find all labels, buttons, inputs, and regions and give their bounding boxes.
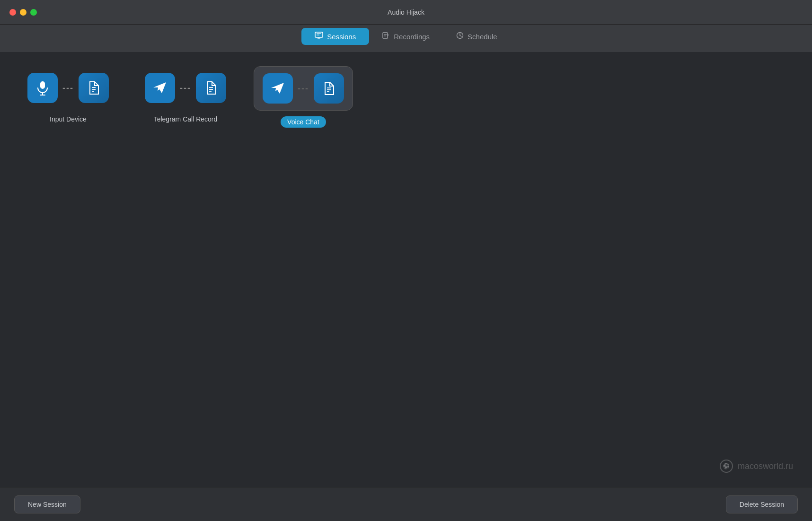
list-item[interactable]: --- Telegram Call Record bbox=[136, 66, 235, 123]
bottombar: New Session Delete Session bbox=[0, 487, 812, 521]
sessions-tab-label: Sessions bbox=[327, 33, 356, 41]
window-controls bbox=[9, 9, 37, 16]
tabbar: Sessions Recordings Schedule bbox=[0, 25, 812, 52]
microphone-icon bbox=[27, 73, 58, 103]
sessions-grid: --- Input Device bbox=[19, 66, 793, 128]
file-icon bbox=[79, 73, 109, 103]
session-label-telegram-call: Telegram Call Record bbox=[154, 115, 218, 123]
svg-line-10 bbox=[460, 35, 461, 36]
recordings-tab-label: Recordings bbox=[394, 33, 430, 41]
recordings-tab-icon bbox=[382, 32, 390, 41]
schedule-tab-label: Schedule bbox=[468, 33, 497, 41]
delete-session-button[interactable]: Delete Session bbox=[726, 495, 798, 513]
minimize-button[interactable] bbox=[20, 9, 26, 16]
connector-dots: --- bbox=[180, 83, 191, 93]
maximize-button[interactable] bbox=[30, 9, 37, 16]
tab-schedule[interactable]: Schedule bbox=[443, 28, 511, 45]
session-card-input-device[interactable]: --- bbox=[19, 66, 117, 110]
sessions-tab-icon bbox=[315, 32, 323, 41]
telegram-icon bbox=[145, 73, 175, 103]
watermark-icon: ⚽ bbox=[720, 460, 733, 473]
list-item[interactable]: --- Voice Chat bbox=[254, 66, 353, 128]
connector-dots: --- bbox=[298, 84, 309, 94]
svg-rect-11 bbox=[40, 81, 45, 89]
session-label-input-device: Input Device bbox=[50, 115, 87, 123]
close-button[interactable] bbox=[9, 9, 16, 16]
connector-dots: --- bbox=[62, 83, 74, 93]
schedule-tab-icon bbox=[456, 32, 464, 41]
file-icon bbox=[196, 73, 226, 103]
watermark-text: macosworld.ru bbox=[738, 461, 793, 471]
telegram-icon-voice bbox=[263, 73, 293, 104]
session-card-telegram-call[interactable]: --- bbox=[136, 66, 235, 110]
app-title: Audio Hijack bbox=[388, 9, 424, 16]
main-content: --- Input Device bbox=[0, 52, 812, 487]
file-icon-voice bbox=[314, 73, 344, 104]
tab-sessions[interactable]: Sessions bbox=[301, 28, 369, 45]
new-session-button[interactable]: New Session bbox=[14, 495, 80, 513]
titlebar: Audio Hijack bbox=[0, 0, 812, 25]
svg-rect-5 bbox=[383, 33, 388, 38]
watermark: ⚽ macosworld.ru bbox=[720, 460, 793, 473]
session-label-voice-chat: Voice Chat bbox=[281, 116, 326, 128]
session-card-voice-chat[interactable]: --- bbox=[254, 66, 353, 111]
tab-recordings[interactable]: Recordings bbox=[369, 28, 443, 45]
list-item[interactable]: --- Input Device bbox=[19, 66, 117, 123]
